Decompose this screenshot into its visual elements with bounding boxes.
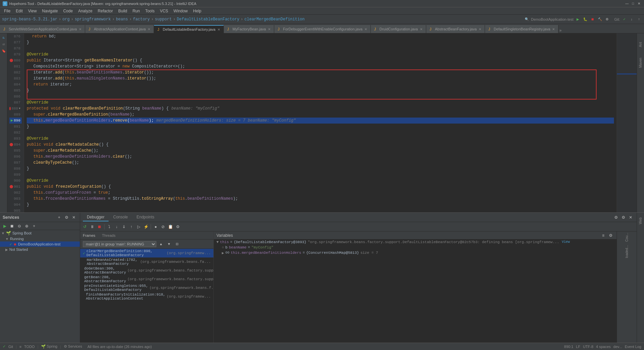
menu-code[interactable]: Code (60, 8, 75, 14)
debug-breakpoints-btn[interactable]: ● (152, 223, 159, 230)
tab-debugger[interactable]: Debugger (83, 213, 109, 221)
svc-add-btn[interactable]: + (31, 223, 37, 229)
debug-step-out-btn[interactable]: ↑ (128, 223, 135, 230)
stop-button[interactable]: ⏹ (590, 16, 596, 22)
svc-item-demo[interactable]: ✓ ⏺ DemoBootApplication-test (0, 241, 80, 247)
frame-item-1[interactable]: markBeanAsCreated:1782, AbstractBeanFact… (80, 257, 213, 266)
var-expand-this[interactable]: ▼ (216, 240, 219, 244)
frame-item-4[interactable]: preInstantiateSingletons:955, DefaultLis… (80, 284, 213, 292)
close-tab-abstract-bean[interactable]: ✕ (479, 27, 481, 31)
svc-run-btn[interactable]: ▶ (1, 223, 8, 229)
svc-expand-springboot[interactable]: ▼ (1, 231, 5, 235)
status-position[interactable]: 890:1 (564, 345, 574, 349)
frames-col-header[interactable]: Frames (83, 233, 95, 237)
close-tab-default-listable[interactable]: ✕ (217, 28, 220, 31)
code-text[interactable]: return bd; } @Override public Iterator<S… (24, 33, 617, 212)
menu-edit[interactable]: Edit (13, 8, 25, 14)
tab-endpoints[interactable]: Endpoints (133, 213, 158, 221)
tab-default-singleton[interactable]: J DefaultSingletonBeanRegistry.java ✕ (485, 25, 558, 33)
sidebar-project-icon[interactable]: P (1, 35, 7, 41)
maximize-button[interactable]: □ (631, 1, 635, 6)
breadcrumb-beans[interactable]: beans (116, 17, 128, 22)
run-button[interactable]: ▶ (575, 16, 581, 22)
svc-filter-btn[interactable]: ⊖ (16, 223, 23, 229)
vars-expand-btn[interactable]: ≡ (600, 232, 607, 239)
right-maven-label[interactable]: Maven (637, 56, 644, 70)
debug-trace-btn[interactable]: 📋 (167, 223, 174, 230)
code-content-area[interactable]: 876 877 878 879 880 881 882 883 884 885 … (7, 33, 637, 212)
var-expand-holders[interactable]: ▶ (222, 251, 224, 255)
vars-settings-btn[interactable]: ⚙ (607, 232, 614, 239)
search-nav-button[interactable]: 🔍 (524, 16, 530, 22)
breadcrumb-class[interactable]: DefaultListableBeanFactory (177, 17, 239, 22)
svc-expand-running[interactable]: ▼ (5, 237, 9, 241)
svc-item-notstarted[interactable]: ▶ Not Started (0, 247, 80, 252)
tab-default-listable[interactable]: J DefaultListableBeanFactory.java ✕ (154, 25, 224, 33)
thread-nav-up-btn[interactable]: ▲ (158, 241, 164, 247)
var-expand-beanname[interactable]: ○ (222, 245, 224, 249)
thread-nav-down-btn[interactable]: ▼ (166, 241, 172, 247)
debug-settings2-btn[interactable]: ⚙ (174, 223, 181, 230)
close-tab-fordebugger[interactable]: ✕ (364, 27, 367, 31)
window-controls[interactable]: — □ ✕ (625, 1, 641, 6)
tab-my-factory[interactable]: J MyFactoryBean.java ✕ (224, 25, 274, 33)
menu-window[interactable]: Window (171, 8, 190, 14)
close-tab-servlet[interactable]: ✕ (79, 27, 82, 31)
sidebar-bookmark-icon[interactable]: 🔖 (1, 48, 7, 54)
breadcrumb-org[interactable]: org (62, 17, 70, 22)
tab-druid[interactable]: J DruidConfiguration.java ✕ (371, 25, 426, 33)
debug-restart-btn[interactable]: ↺ (82, 223, 88, 230)
debug-step-into-btn[interactable]: ↓ (113, 223, 120, 230)
debug-run-to-cursor-btn[interactable]: ▷ (135, 223, 142, 230)
debugger-config-btn[interactable]: ⚙ (620, 214, 627, 221)
status-indent[interactable]: 4 spaces (596, 345, 611, 349)
minimize-button[interactable]: — (625, 1, 629, 6)
status-event-log[interactable]: Event Log (625, 345, 641, 349)
frame-item-2[interactable]: doGetBean:300, AbstractBeanFactory (org.… (80, 266, 213, 275)
menu-view[interactable]: View (25, 8, 39, 14)
breadcrumb-factory[interactable]: factory (133, 17, 150, 22)
debugger-close-btn[interactable]: ✕ (627, 214, 634, 221)
svc-item-running[interactable]: ▼ Running (0, 236, 80, 241)
close-tab-my-factory[interactable]: ✕ (268, 27, 271, 31)
var-view-link-this[interactable]: View (562, 240, 570, 244)
services-settings-btn[interactable]: ⚙ (63, 214, 70, 221)
svc-stop-btn[interactable]: ⏹ (9, 223, 15, 229)
vcs-push-button[interactable]: ↑ (636, 16, 642, 22)
close-tab-abstract-app[interactable]: ✕ (148, 27, 150, 31)
thread-dropdown[interactable]: main'@1 in group 'main': RUNNING (83, 241, 156, 247)
code-editor[interactable]: 876 877 878 879 880 881 882 883 884 885 … (7, 33, 637, 212)
services-close-btn[interactable]: ✕ (70, 214, 77, 221)
breadcrumb-springframework[interactable]: springframework (75, 17, 111, 22)
settings-button[interactable]: ⚙ (604, 16, 610, 22)
status-encoding[interactable]: UTF-8 (583, 345, 593, 349)
menu-vcs[interactable]: VCS (157, 8, 171, 14)
right-ant-label[interactable]: Ant (637, 40, 644, 49)
debug-run-button[interactable]: 🐛 (582, 16, 588, 22)
menu-refactor[interactable]: Refactor (95, 8, 116, 14)
breadcrumb-support[interactable]: support (155, 17, 172, 22)
build-button[interactable]: 🔨 (597, 16, 603, 22)
sidebar-structure-icon[interactable]: S (1, 41, 7, 47)
menu-file[interactable]: File (1, 8, 13, 14)
right-web-label[interactable]: Web (637, 215, 644, 226)
git-button[interactable]: ✓ (621, 16, 627, 22)
svc-group-btn[interactable]: ⊕ (23, 223, 30, 229)
frame-item-5[interactable]: finishBeanFactoryInitialization:918, Abs… (80, 292, 213, 301)
tab-console[interactable]: Console (109, 213, 132, 221)
tab-abstract-app[interactable]: J AbstractApplicationContext.java ✕ (85, 25, 154, 33)
threads-col-header[interactable]: Threads (102, 233, 115, 237)
menu-analyze[interactable]: Analyze (75, 8, 95, 14)
debug-pause-btn[interactable]: ⏸ (89, 223, 96, 230)
tab-fordebugger[interactable]: J ForDebuggerEventWithEnableConfiguratio… (274, 25, 371, 33)
close-tab-druid[interactable]: ✕ (420, 27, 423, 31)
svc-item-springboot[interactable]: ▼ 🌱 Spring Boot (0, 230, 80, 236)
debug-step-over-btn[interactable]: ⤵ (106, 223, 113, 230)
breadcrumb-jar[interactable]: spring-beans-5.3.21.jar (2, 17, 57, 22)
menu-help[interactable]: Help (190, 8, 204, 14)
thread-filter-btn[interactable]: ⊟ (174, 241, 180, 247)
menu-build[interactable]: Build (116, 8, 130, 14)
debugger-settings-btn[interactable]: ⚙ (613, 214, 619, 221)
close-button[interactable]: ✕ (637, 1, 641, 6)
menu-navigate[interactable]: Navigate (39, 8, 60, 14)
